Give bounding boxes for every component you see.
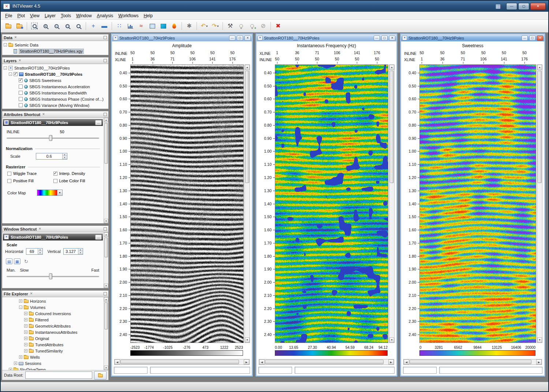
viewer-restore-button[interactable]: ▢ [237, 36, 243, 41]
expander-icon[interactable]: + [24, 331, 27, 334]
spin-down-icon[interactable]: ▼ [38, 251, 42, 254]
scroll-thumb[interactable] [538, 71, 542, 183]
bulb-add-icon[interactable]: + [247, 21, 257, 31]
scroll-down-icon[interactable]: ▼ [389, 337, 394, 343]
dataset-menu-button[interactable]: ... [95, 120, 102, 125]
scroll-down-icon[interactable]: ▼ [104, 366, 108, 370]
tree-item[interactable]: +GeometricAttributes [2, 323, 104, 329]
horizontal-scrollbar[interactable]: ◀▶ [403, 359, 542, 365]
tree-item[interactable]: +Coloured Inversions [2, 310, 104, 317]
viewer-minimize-button[interactable]: — [522, 36, 528, 41]
rasterizer-checkbox[interactable]: Positive Fill [7, 179, 53, 183]
tree-item[interactable]: StrattonROT180__70Hz9Poles.xgy [2, 48, 108, 54]
checkbox[interactable] [7, 179, 11, 183]
scroll-left-icon[interactable]: ◀ [404, 359, 409, 365]
speed-auto-button[interactable]: ▦ [14, 258, 20, 264]
seismic-canvas[interactable] [420, 65, 536, 343]
inline-slider[interactable] [7, 135, 99, 141]
scroll-right-icon[interactable]: ▶ [244, 359, 249, 365]
tree-item[interactable]: -Volumes [2, 304, 104, 310]
scroll-left-icon[interactable]: ◀ [115, 359, 120, 365]
viewer-restore-button[interactable]: ▢ [529, 36, 535, 41]
tree-item[interactable]: +Sessions [2, 360, 104, 366]
expander-icon[interactable]: + [24, 318, 27, 321]
zoom-in-icon[interactable]: + [40, 21, 51, 31]
scroll-up-icon[interactable]: ▲ [389, 65, 394, 70]
tree-item[interactable]: SBGS Variance (Moving Window) [2, 102, 108, 108]
slider-thumb[interactable] [49, 273, 52, 279]
scroll-thumb[interactable] [104, 123, 108, 164]
tree-item[interactable]: +Original [2, 335, 104, 341]
expander-icon[interactable]: + [24, 349, 27, 352]
layer-checkbox[interactable] [19, 85, 23, 89]
viewer-close-button[interactable]: ✕ [537, 36, 543, 41]
scroll-down-icon[interactable]: ▼ [104, 284, 108, 288]
expander-icon[interactable]: + [24, 343, 27, 346]
scroll-right-icon[interactable]: ▶ [388, 359, 394, 365]
panel-close-button[interactable]: ✕ [18, 59, 21, 62]
tree-item[interactable]: SBGS Sweetness [2, 77, 108, 83]
vertical-scrollbar[interactable]: ▲▼ [537, 64, 542, 343]
checkbox[interactable] [53, 172, 57, 176]
menu-item-tools[interactable]: Tools [58, 12, 74, 19]
spin-up-icon[interactable]: ▲ [38, 249, 42, 251]
scroll-thumb[interactable] [410, 360, 531, 364]
panel-close-button[interactable]: ✕ [30, 292, 33, 295]
horizontal-scrollbar[interactable]: ◀▶ [259, 359, 394, 365]
menu-item-view[interactable]: View [27, 12, 42, 19]
bulb-icon[interactable] [236, 21, 246, 31]
panel-scrollbar[interactable]: ▲ ▼ [104, 297, 108, 370]
speed-manual-button[interactable]: ▤ [6, 258, 12, 264]
spin-up-icon[interactable]: ▲ [63, 153, 67, 156]
tree-item[interactable]: +Wells [2, 354, 104, 360]
spin-down-icon[interactable]: ▼ [63, 156, 67, 159]
menu-item-layer[interactable]: Layer [42, 12, 58, 19]
vertical-spinbox[interactable]: 3.127 ▲▼ [63, 248, 83, 255]
viewer-titlebar[interactable]: ✕StrattonROT180__70Hz9Poles—▢✕ [401, 34, 544, 41]
tree-item[interactable]: +TunedAttributes [2, 341, 104, 348]
zoom-reset-icon[interactable]: □ [62, 21, 72, 31]
flame-icon[interactable] [169, 21, 179, 31]
scroll-down-icon[interactable]: ▼ [537, 337, 542, 343]
color-map-select[interactable]: ▾ [37, 190, 63, 196]
layers-panel-header[interactable]: Layers ✕ [2, 57, 108, 64]
seismic-canvas[interactable] [275, 65, 388, 343]
disable-icon[interactable]: ⊘ [258, 21, 268, 31]
viewer-minimize-button[interactable]: — [374, 36, 380, 41]
scroll-left-icon[interactable]: ◀ [259, 359, 265, 365]
histogram-icon[interactable] [125, 21, 135, 31]
panel-close-button[interactable]: ✕ [42, 113, 45, 116]
spin-down-icon[interactable]: ▼ [78, 251, 83, 254]
tree-item[interactable]: +Filtered [2, 317, 104, 323]
panel-scrollbar[interactable]: ▲ ▼ [104, 232, 108, 288]
layer-checkbox[interactable] [19, 78, 23, 82]
scale-spinbox[interactable]: 0.6 ▲▼ [36, 153, 67, 160]
rasterizer-checkbox[interactable]: Lobe Color Fill [53, 179, 99, 183]
panel-float-button[interactable] [104, 292, 107, 295]
data-root-browse-button[interactable] [94, 371, 107, 380]
scroll-thumb[interactable] [104, 302, 108, 329]
data-root-input[interactable] [25, 372, 92, 379]
tree-item[interactable]: -Seismic Data [2, 42, 108, 48]
rasterizer-checkbox[interactable]: Wiggle Trace [7, 171, 53, 176]
zoom-select-icon[interactable] [73, 21, 83, 31]
expander-icon[interactable]: + [19, 299, 22, 303]
expander-icon[interactable]: + [19, 355, 22, 359]
scroll-up-icon[interactable]: ▲ [245, 65, 250, 70]
expander-icon[interactable]: - [4, 43, 7, 46]
seismic-canvas[interactable] [131, 65, 243, 343]
layer-checkbox[interactable] [19, 91, 23, 95]
delete-icon[interactable]: ✖ [273, 21, 283, 31]
rasterizer-checkbox[interactable]: Interp. Density [53, 171, 99, 176]
slider-thumb[interactable] [49, 135, 52, 141]
panel-close-button[interactable]: ✕ [14, 36, 17, 39]
tree-item[interactable]: +InstantaneousAttributes [2, 329, 104, 335]
app-titlebar[interactable]: ✕ INTViewer 4.5 ▦ — ▢ ✕ [1, 1, 548, 12]
menu-item-workflows[interactable]: Workflows [116, 12, 141, 19]
viewer-close-button[interactable]: ✕ [389, 36, 395, 41]
scroll-down-icon[interactable]: ▼ [104, 219, 108, 223]
speed-slider[interactable] [7, 273, 99, 280]
viewer-minimize-button[interactable]: — [229, 36, 235, 41]
dataset-menu-button[interactable]: ... [95, 235, 102, 240]
pick-tool-icon[interactable]: ⚒ [225, 21, 235, 31]
